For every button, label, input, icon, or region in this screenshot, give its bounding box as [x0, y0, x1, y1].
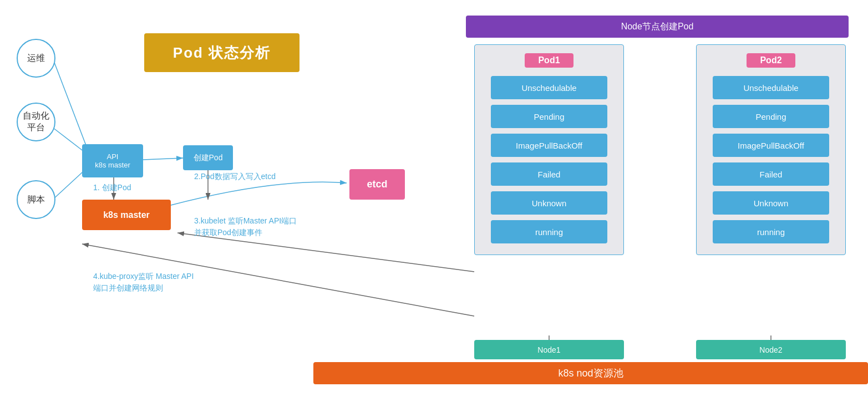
k8s-master-main-box: k8s master: [82, 200, 171, 230]
pod2-status-running: running: [713, 220, 829, 243]
node2-label: Node2: [759, 345, 782, 354]
create-pod-label: 创建Pod: [194, 153, 223, 163]
etcd-label: etcd: [367, 179, 387, 190]
svg-line-6: [177, 233, 474, 272]
pod1-label: Pod1: [525, 53, 573, 68]
node2-bar: Node2: [696, 340, 846, 359]
circle-script: 脚本: [17, 180, 55, 219]
k8s-master-main-label: k8s master: [103, 210, 150, 220]
pod2-status-failed: Failed: [713, 162, 829, 186]
pod2-panel: Pod2 Unschedulable Pending ImagePullBack…: [696, 44, 846, 255]
step4-text: 4.kube-proxy监听 Master API端口并创建网络规则: [93, 271, 194, 294]
pod1-status-unschedulable: Unschedulable: [491, 76, 607, 99]
title-text: Pod 状态分析: [173, 43, 271, 63]
resource-pool-label: k8s nod资源池: [558, 367, 623, 380]
main-canvas: Pod 状态分析 运维 自动化平台 脚本 API k8s master 创建Po…: [0, 0, 868, 412]
pod2-label: Pod2: [747, 53, 795, 68]
step1-text: 1. 创建Pod: [93, 182, 131, 194]
resource-pool-bar: k8s nod资源池: [313, 362, 868, 384]
create-pod-box: 创建Pod: [183, 145, 233, 170]
api-master-box: API k8s master: [82, 144, 143, 177]
etcd-box: etcd: [349, 169, 405, 200]
node-header-label: Node节点创建Pod: [621, 21, 694, 33]
circle-yunwei-label: 运维: [27, 53, 45, 64]
pod2-status-pending: Pending: [713, 105, 829, 128]
api-label: API: [107, 152, 119, 161]
circle-yunwei: 运维: [17, 39, 55, 78]
pod2-status-unschedulable: Unschedulable: [713, 76, 829, 99]
circle-script-label: 脚本: [27, 194, 45, 206]
pod2-status-imagepullbackoff: ImagePullBackOff: [713, 134, 829, 157]
circle-automation-label: 自动化平台: [23, 110, 49, 134]
pod1-status-failed: Failed: [491, 162, 607, 186]
pod1-status-imagepullbackoff: ImagePullBackOff: [491, 134, 607, 157]
title-box: Pod 状态分析: [144, 33, 300, 72]
circle-automation: 自动化平台: [17, 103, 55, 141]
pod2-status-unknown: Unknown: [713, 191, 829, 215]
node1-label: Node1: [537, 345, 560, 354]
svg-line-3: [143, 158, 183, 160]
k8s-master-label: k8s master: [95, 161, 130, 169]
pod1-panel: Pod1 Unschedulable Pending ImagePullBack…: [474, 44, 624, 255]
step3-text: 3.kubelet 监听Master API端口并获取Pod创建事件: [194, 215, 297, 238]
pod1-status-pending: Pending: [491, 105, 607, 128]
svg-line-0: [53, 58, 89, 152]
step2-text: 2.Pod数据写入写入etcd: [194, 171, 276, 182]
pod1-status-unknown: Unknown: [491, 191, 607, 215]
node-header: Node节点创建Pod: [466, 16, 849, 38]
pod1-status-running: running: [491, 220, 607, 243]
node1-bar: Node1: [474, 340, 624, 359]
